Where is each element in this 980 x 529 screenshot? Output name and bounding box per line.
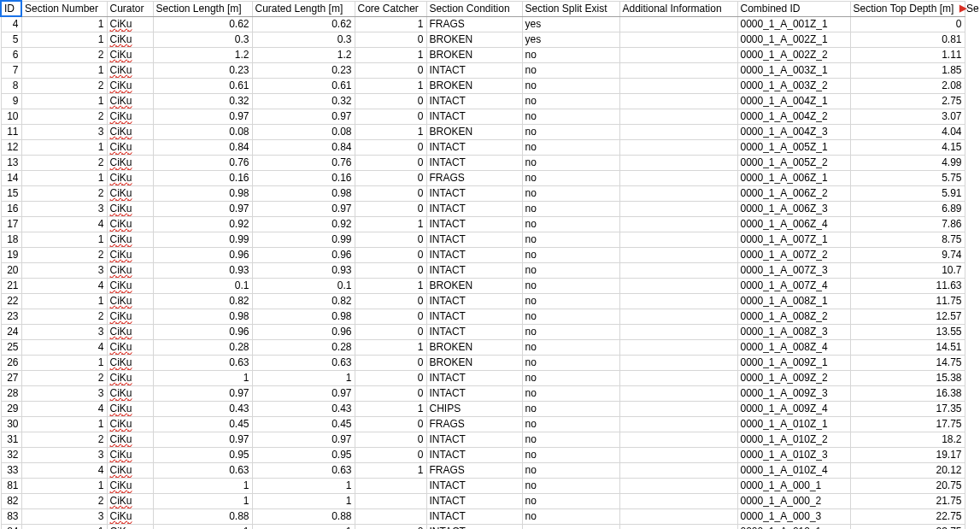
cell[interactable] [619,355,737,370]
cell[interactable] [619,309,737,324]
cell[interactable]: no [522,339,619,355]
table-body[interactable]: 41CiKu0.620.621FRAGSyes0000_1_A_001Z_105… [1,16,965,529]
cell[interactable]: no [522,139,619,155]
cell[interactable]: 0.23 [252,62,355,78]
cell[interactable]: 83 [1,508,21,524]
cell[interactable]: 0.96 [153,324,252,339]
cell[interactable]: 2 [21,109,107,124]
cell[interactable]: 0 [355,232,426,247]
cell[interactable]: 0000_1_A_006Z_4 [737,216,850,232]
cell[interactable] [619,524,737,529]
cell[interactable]: CiKu [107,278,153,293]
cell[interactable]: 0.61 [252,78,355,93]
cell[interactable]: INTACT [426,155,522,170]
cell[interactable]: 0.98 [252,185,355,201]
table-row[interactable]: 232CiKu0.980.980INTACTno0000_1_A_008Z_21… [1,309,965,324]
cell[interactable]: no [522,432,619,447]
cell[interactable]: 0.96 [153,247,252,262]
cell[interactable] [619,416,737,432]
cell[interactable]: no [522,185,619,201]
cell[interactable]: 1.2 [153,47,252,62]
cell[interactable]: 1 [355,216,426,232]
cell[interactable]: 0.3 [252,32,355,47]
cell[interactable]: 5.75 [850,170,965,185]
cell[interactable]: 0000_1_A_009Z_3 [737,385,850,401]
table-row[interactable]: 174CiKu0.920.921INTACTno0000_1_A_006Z_47… [1,216,965,232]
table-row[interactable]: 243CiKu0.960.960INTACTno0000_1_A_008Z_31… [1,324,965,339]
table-row[interactable]: 294CiKu0.430.431CHIPSno0000_1_A_009Z_417… [1,401,965,416]
cell[interactable]: 0.16 [252,170,355,185]
cell[interactable]: BROKEN [426,32,522,47]
cell[interactable]: FRAGS [426,16,522,32]
cell[interactable]: 0 [355,262,426,278]
cell[interactable]: 0000_1_A_003Z_2 [737,78,850,93]
cell[interactable]: no [522,447,619,462]
cell[interactable]: 0000_1_A_010Z_2 [737,432,850,447]
cell[interactable]: INTACT [426,370,522,385]
cell[interactable]: 0.92 [252,216,355,232]
cell[interactable]: 1 [21,93,107,109]
cell[interactable]: CiKu [107,508,153,524]
cell[interactable] [619,124,737,139]
cell[interactable]: INTACT [426,185,522,201]
cell[interactable]: 17.35 [850,401,965,416]
cell[interactable]: 4.04 [850,124,965,139]
cell[interactable]: CiKu [107,493,153,508]
cell[interactable]: 0.93 [252,262,355,278]
cell[interactable]: 0.76 [153,155,252,170]
cell[interactable]: 0 [355,385,426,401]
cell[interactable]: 14.51 [850,339,965,355]
cell[interactable]: no [522,47,619,62]
cell[interactable]: 0 [355,309,426,324]
cell[interactable]: INTACT [426,109,522,124]
cell[interactable]: 0000_1_A_001Z_1 [737,16,850,32]
cell[interactable]: 0000_1_A_012_1 [737,524,850,529]
cell[interactable]: 0.45 [153,416,252,432]
col-header-7[interactable]: Section Split Exist [522,1,619,16]
cell[interactable]: 0000_1_A_005Z_2 [737,155,850,170]
cell[interactable]: 1 [153,478,252,493]
cell[interactable]: 0.82 [252,293,355,309]
cell[interactable]: 10 [1,109,21,124]
cell[interactable]: 15.38 [850,370,965,385]
cell[interactable]: 0000_1_A_007Z_4 [737,278,850,293]
cell[interactable]: 0000_1_A_010Z_1 [737,416,850,432]
cell[interactable]: 81 [1,478,21,493]
cell[interactable]: 27 [1,370,21,385]
cell[interactable]: 0000_1_A_008Z_4 [737,339,850,355]
cell[interactable]: 0 [355,324,426,339]
cell[interactable]: no [522,93,619,109]
cell[interactable]: CiKu [107,355,153,370]
cell[interactable]: 0000_1_A_009Z_2 [737,370,850,385]
cell[interactable] [619,155,737,170]
table-row[interactable]: 71CiKu0.230.230INTACTno0000_1_A_003Z_11.… [1,62,965,78]
cell[interactable]: 0.92 [153,216,252,232]
cell[interactable]: 31 [1,432,21,447]
table-row[interactable]: 91CiKu0.320.320INTACTno0000_1_A_004Z_12.… [1,93,965,109]
cell[interactable]: 0.28 [153,339,252,355]
col-header-3[interactable]: Section Length [m] [153,1,252,16]
table-row[interactable]: 121CiKu0.840.840INTACTno0000_1_A_005Z_14… [1,139,965,155]
cell[interactable]: 0.32 [252,93,355,109]
cell[interactable]: 0 [355,32,426,47]
cell[interactable]: 4 [21,339,107,355]
table-row[interactable]: 822CiKu11INTACTno0000_1_A_000_221.75 [1,493,965,508]
cell[interactable]: 2 [21,247,107,262]
cell[interactable]: 5.91 [850,185,965,201]
cell[interactable]: no [522,462,619,478]
cell[interactable]: CiKu [107,524,153,529]
cell[interactable]: no [522,109,619,124]
cell[interactable]: 0.97 [252,201,355,216]
cell[interactable]: 26 [1,355,21,370]
cell[interactable]: 2 [21,155,107,170]
cell[interactable]: INTACT [426,232,522,247]
cell[interactable]: 2 [21,78,107,93]
table-row[interactable]: 272CiKu110INTACTno0000_1_A_009Z_215.38 [1,370,965,385]
cell[interactable]: CiKu [107,462,153,478]
cell[interactable]: 29 [1,401,21,416]
cell[interactable]: 20.75 [850,478,965,493]
cell[interactable]: 12.57 [850,309,965,324]
cell[interactable] [619,47,737,62]
cell[interactable]: 0.95 [252,447,355,462]
cell[interactable]: 0000_1_A_000_3 [737,508,850,524]
